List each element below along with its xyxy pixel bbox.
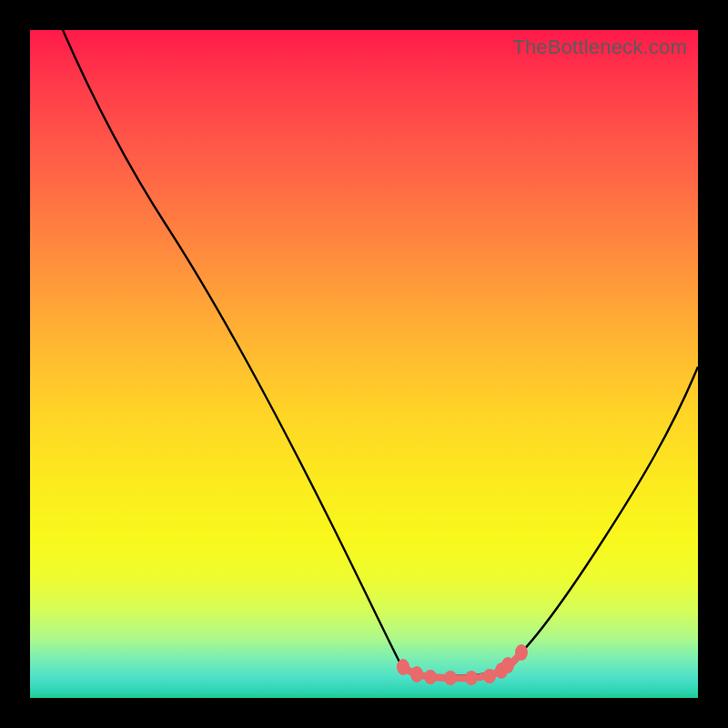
marker-dot [465, 671, 478, 685]
chart-frame: TheBottleneck.com [0, 0, 728, 728]
plot-area: TheBottleneck.com [30, 30, 698, 698]
right-curve [503, 367, 698, 669]
marker-dot [444, 671, 457, 685]
marker-dot [424, 670, 437, 684]
curve-layer [30, 30, 698, 698]
marker-dot [410, 666, 423, 682]
marker-dot [483, 669, 496, 683]
marker-dot [397, 659, 410, 675]
left-curve [63, 30, 403, 669]
marker-dot [515, 644, 528, 661]
marker-dot [501, 657, 514, 673]
watermark-text: TheBottleneck.com [512, 35, 687, 59]
